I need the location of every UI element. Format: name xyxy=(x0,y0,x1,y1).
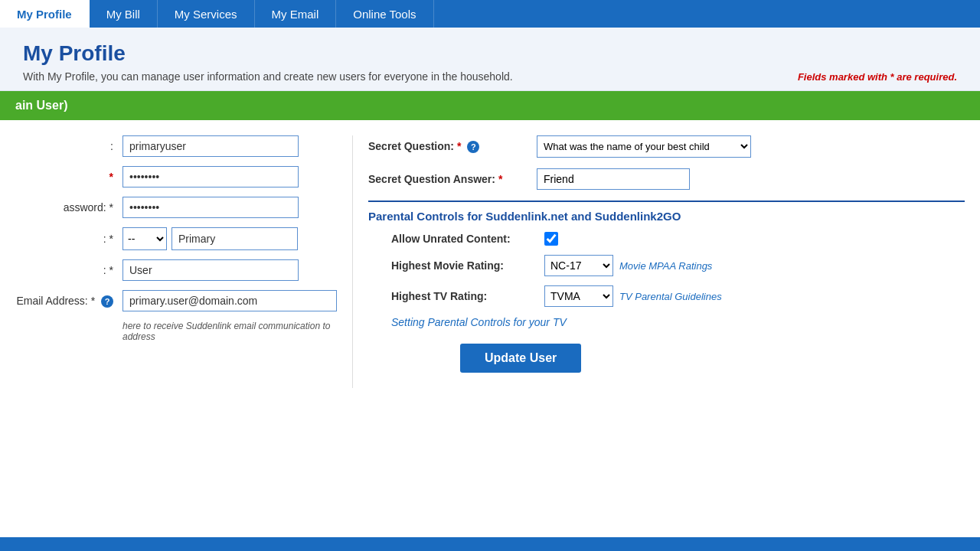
confirm-password-input[interactable] xyxy=(122,197,299,218)
form-container: : * assword: * : * -- xyxy=(0,120,980,403)
firstname-label: : * xyxy=(15,233,122,245)
email-row: Email Address: * ? xyxy=(15,290,337,311)
highest-movie-select[interactable]: G PG PG-13 R NC-17 xyxy=(544,255,613,276)
email-label: Email Address: * ? xyxy=(15,295,122,308)
firstname-row: : * -- Mr. Mrs. Ms. Dr. xyxy=(15,227,337,250)
required-note: Fields marked with * are required. xyxy=(798,71,957,83)
nav-my-bill[interactable]: My Bill xyxy=(90,0,158,28)
secret-question-select[interactable]: What was the name of your best child Wha… xyxy=(537,135,751,158)
username-row: : xyxy=(15,135,337,157)
lastname-input[interactable] xyxy=(122,259,299,281)
lastname-label: : * xyxy=(15,264,122,276)
movie-rating-link[interactable]: Movie MPAA Ratings xyxy=(619,260,712,272)
email-help-icon[interactable]: ? xyxy=(101,295,113,308)
secret-answer-label: Secret Question Answer: * xyxy=(368,173,537,185)
firstname-inputs: -- Mr. Mrs. Ms. Dr. xyxy=(122,227,298,250)
highest-movie-label: Highest Movie Rating: xyxy=(391,259,544,272)
form-left: : * assword: * : * -- xyxy=(0,135,352,388)
nav-my-services[interactable]: My Services xyxy=(158,0,255,28)
secret-answer-row: Secret Question Answer: * xyxy=(368,168,965,190)
highest-movie-row: Highest Movie Rating: G PG PG-13 R NC-17… xyxy=(368,255,965,276)
nav-my-profile[interactable]: My Profile xyxy=(0,0,90,28)
password-row: * xyxy=(15,166,337,187)
section-header: ain User) xyxy=(0,91,980,120)
highest-tv-select[interactable]: TVY TVY7 TVG TVPG TV14 TVMA xyxy=(544,285,613,307)
password-input[interactable] xyxy=(122,166,299,187)
main-navigation: My Profile My Bill My Services My Email … xyxy=(0,0,980,28)
secret-question-help-icon[interactable]: ? xyxy=(467,141,479,153)
nav-online-tools[interactable]: Online Tools xyxy=(336,0,433,28)
tv-rating-link[interactable]: TV Parental Guidelines xyxy=(619,291,722,302)
nav-my-email[interactable]: My Email xyxy=(255,0,337,28)
parental-tv-link[interactable]: Setting Parental Controls for your TV xyxy=(368,316,965,328)
allow-unrated-row: Allow Unrated Content: xyxy=(368,232,965,246)
secret-question-label: Secret Question: * ? xyxy=(368,140,537,153)
confirm-password-row: assword: * xyxy=(15,197,337,218)
name-prefix-select[interactable]: -- Mr. Mrs. Ms. Dr. xyxy=(122,227,167,250)
page-header: My Profile With My Profile, you can mana… xyxy=(0,28,980,91)
page-title: My Profile xyxy=(23,41,957,66)
highest-tv-row: Highest TV Rating: TVY TVY7 TVG TVPG TV1… xyxy=(368,285,965,307)
password-label: * xyxy=(15,171,122,183)
parental-controls-title: Parental Controls for Suddenlink.net and… xyxy=(368,210,965,223)
allow-unrated-checkbox[interactable] xyxy=(544,232,558,246)
email-input[interactable] xyxy=(122,290,337,311)
secret-question-row: Secret Question: * ? What was the name o… xyxy=(368,135,965,158)
allow-unrated-label: Allow Unrated Content: xyxy=(391,233,544,245)
highest-tv-label: Highest TV Rating: xyxy=(391,290,544,302)
parental-controls-section: Parental Controls for Suddenlink.net and… xyxy=(368,201,965,328)
username-label: : xyxy=(15,140,122,152)
update-user-button[interactable]: Update User xyxy=(460,344,581,373)
firstname-input[interactable] xyxy=(172,227,298,250)
email-helper-text: here to receive Suddenlink email communi… xyxy=(15,321,337,342)
form-right: Secret Question: * ? What was the name o… xyxy=(352,135,965,388)
username-input[interactable] xyxy=(122,135,299,157)
confirm-password-label: assword: * xyxy=(15,201,122,214)
lastname-row: : * xyxy=(15,259,337,281)
secret-answer-input[interactable] xyxy=(537,168,690,190)
